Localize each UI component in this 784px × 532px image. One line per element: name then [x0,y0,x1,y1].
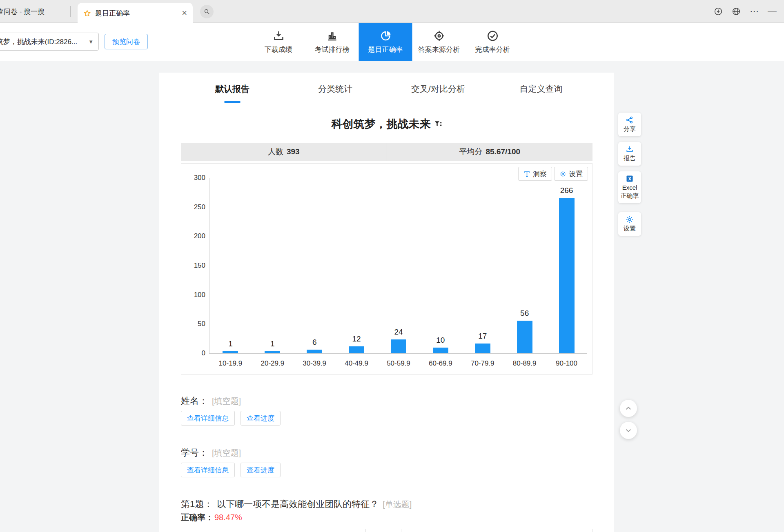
bar-value-label: 6 [294,338,336,347]
chevron-down-icon [625,427,632,434]
bar-value-label: 266 [546,186,588,195]
y-axis-tick: 50 [183,320,205,328]
bar-40-49.9 [349,346,364,353]
nav-item-question-accuracy[interactable]: 题目正确率 [359,23,412,61]
chevron-up-icon [625,405,632,412]
tab-cross-comparison[interactable]: 交叉/对比分析 [387,73,490,105]
downloads-icon[interactable] [713,7,723,16]
question-label: 姓名： [181,395,208,407]
question-type-tag: [填空题] [212,396,241,407]
y-axis-tick: 200 [183,232,205,240]
accuracy-label: 正确率： [181,512,214,523]
star-icon [83,9,91,17]
active-tab-underline [224,101,241,103]
browser-tab-active[interactable]: 题目正确率 × [78,3,193,23]
question-block-name: 姓名： [填空题] 查看详细信息 查看进度 [181,395,592,426]
tab-title: 题目正确率 [95,9,178,18]
chevron-down-icon: ▼ [83,36,94,47]
bar-60-69.9 [433,348,448,353]
x-axis-label: 50-59.9 [378,359,420,368]
browser-tab-background[interactable]: 查问卷 - 搜一搜 [0,0,45,23]
share-icon [626,116,634,124]
bar-value-label: 24 [378,328,420,337]
y-axis-tick: 150 [183,262,205,270]
survey-title: 科创筑梦，挑战未来 [332,117,431,131]
table-column-divider [401,529,401,532]
side-toolbar: 分享 报告 Excel 正确率 设置 [618,113,641,236]
nav-item-completion-rate-analysis[interactable]: 完成率分析 [466,23,519,61]
question-type-tag: [单选题] [383,499,412,510]
bar-value-label: 10 [419,336,461,345]
tab-default-report[interactable]: 默认报告 [181,73,284,105]
bar-80-89.9 [517,321,532,353]
report-nav: 下载成绩 考试排行榜 题目正确率 答案来源分析 完成率分析 [252,23,519,61]
bar-30-39.9 [307,350,322,353]
bar-chart-plot: 050100150200250300110-19.9120-29.9630-39… [209,178,587,354]
scroll-up-button[interactable] [620,400,637,417]
x-axis-label: 10-19.9 [209,359,252,368]
accuracy-value: 98.47% [214,513,242,522]
table-column-divider [365,529,366,532]
tab-custom-query[interactable]: 自定义查询 [490,73,592,105]
ranking-chart-icon [326,30,338,42]
bar-70-79.9 [475,344,490,353]
bar-value-label: 1 [252,339,294,348]
y-axis-tick: 100 [183,291,205,299]
globe-icon[interactable] [731,7,741,16]
preview-survey-button[interactable]: 预览问卷 [105,34,148,49]
bar-50-59.9 [391,339,406,353]
bar-20-29.9 [265,351,280,353]
x-axis-label: 30-39.9 [294,359,336,368]
tab-separator [70,6,71,17]
minimize-icon[interactable]: — [767,7,777,16]
gear-icon [559,171,566,177]
y-axis-tick: 300 [183,174,205,182]
bar-value-label: 12 [336,335,378,344]
question-number: 第1题： [181,498,213,510]
check-circle-icon [486,30,499,42]
view-progress-button[interactable]: 查看进度 [241,411,281,426]
question-label: 学号： [181,447,208,459]
report-card: 默认报告 分类统计 交叉/对比分析 自定义查询 科创筑梦，挑战未来 人数 393… [159,73,614,532]
close-icon[interactable]: × [182,9,187,18]
filter-icon[interactable] [434,120,442,128]
excel-accuracy-button[interactable]: Excel 正确率 [618,171,641,203]
x-axis-label: 80-89.9 [503,359,546,368]
tab-category-statistics[interactable]: 分类统计 [284,73,387,105]
question-block-1: 第1题： 以下哪一项不是高效能创业团队的特征？ [单选题] 正确率： 98.47… [181,498,592,532]
more-menu-icon[interactable]: ⋯ [749,7,759,16]
bar-value-label: 1 [209,339,252,348]
view-progress-button[interactable]: 查看进度 [241,463,281,477]
question-block-student-id: 学号： [填空题] 查看详细信息 查看进度 [181,447,592,477]
bar-10-19.9 [223,351,238,353]
report-download-button[interactable]: 报告 [618,142,641,166]
bar-value-label: 56 [503,309,546,318]
survey-select[interactable]: 科创筑梦，挑战未来(ID:2826... ▼ [0,33,99,51]
bar-value-label: 17 [461,332,503,341]
summary-stats: 人数 393 平均分 85.67/100 [181,143,592,161]
search-icon [203,8,210,15]
nav-item-download-scores[interactable]: 下载成绩 [252,23,305,61]
pie-chart-icon [379,30,392,42]
x-axis-label: 60-69.9 [419,359,461,368]
share-button[interactable]: 分享 [618,113,641,136]
settings-button[interactable]: 设置 [618,212,641,236]
view-details-button[interactable]: 查看详细信息 [181,463,235,477]
new-tab-search-button[interactable] [200,5,214,18]
excel-icon [626,175,634,183]
download-tray-icon [272,30,285,42]
score-distribution-chart: 洞察 设置 050100150200250300110-19.9120-29.9… [181,163,592,375]
x-axis-label: 20-29.9 [252,359,294,368]
app-header: 科创筑梦，挑战未来(ID:2826... ▼ 预览问卷 下载成绩 考试排行榜 题… [0,23,784,61]
y-axis-tick: 0 [183,349,205,357]
x-axis-label: 70-79.9 [461,359,503,368]
y-axis-tick: 250 [183,203,205,211]
view-details-button[interactable]: 查看详细信息 [181,411,235,426]
scroll-down-button[interactable] [620,422,637,439]
nav-item-exam-ranking[interactable]: 考试排行榜 [305,23,359,61]
survey-select-value: 科创筑梦，挑战未来(ID:2826... [0,37,77,47]
nav-item-answer-source-analysis[interactable]: 答案来源分析 [412,23,466,61]
stat-average-score: 平均分 85.67/100 [387,143,593,161]
bar-90-100 [559,198,575,353]
gear-icon [626,215,634,224]
